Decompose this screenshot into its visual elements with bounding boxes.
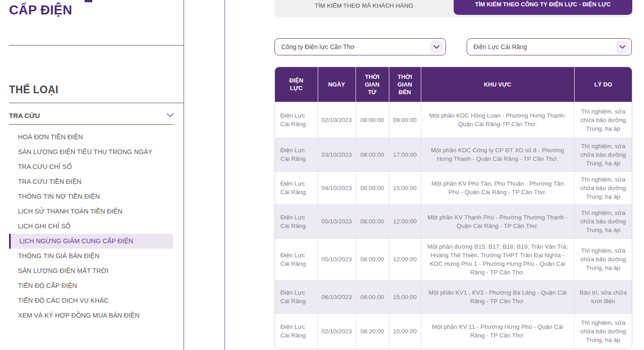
sidebar-item-4[interactable]: THÔNG TIN NỢ TIỀN ĐIỆN: [0, 189, 180, 204]
chevron-down-icon: [433, 45, 440, 49]
divider: [9, 45, 184, 45]
cell-ngay: 02/10/2023: [318, 314, 356, 349]
cell-den: 17:00:00: [389, 138, 421, 171]
cell-tu: 08:00:00: [356, 280, 389, 314]
category-heading: THỂ LOẠI: [9, 84, 59, 96]
main-content: TÌM KIẾM THEO MÃ KHÁCH HÀNG TÌM KIẾM THE…: [275, 0, 632, 350]
page: { "colors": { "accent_purple": "#5a2c80"…: [0, 0, 644, 350]
sidebar-item-7[interactable]: LỊCH NGỪNG GIẢM CUNG CẤP ĐIỆN: [9, 234, 173, 249]
clipped-title-fragment: [85, 0, 92, 2]
column-header-3: THỜI GIAN ĐẾN: [389, 67, 421, 102]
cell-khu_vuc: Một phần KDC Công ty CP ĐT XD số 8 - Phư…: [421, 138, 574, 171]
cell-khu_vuc: Một phần KDC Hồng Loan - Phường Hưng Thạ…: [421, 102, 574, 138]
sidebar-border-line: [184, 0, 184, 350]
search-tabbar: TÌM KIẾM THEO MÃ KHÁCH HÀNG TÌM KIẾM THE…: [275, 0, 632, 17]
cell-ly_do: Thí nghiệm, sửa chữa bảo dưỡng Trung, hạ…: [574, 314, 632, 349]
cell-ngay: 05/10/2023: [318, 238, 356, 280]
sidebar-group-tra-cuu[interactable]: TRA CỨU: [9, 110, 174, 121]
cell-dien_luc: Điện Lực Cái Răng: [275, 314, 318, 349]
cell-den: 10:00:00: [389, 314, 421, 349]
branch-select-value: Điện Lực Cái Răng: [473, 43, 527, 50]
cell-khu_vuc: Một phần KV Thạnh Phú - Phường Thường Th…: [421, 205, 574, 238]
cell-ngay: 06/10/2023: [318, 280, 356, 314]
cell-tu: 08:00:00: [356, 138, 389, 171]
cell-dien_luc: Điện Lực Cái Răng: [275, 102, 318, 138]
sidebar-item-2[interactable]: TRA CỨU CHỈ SỐ: [0, 159, 180, 174]
cell-ngay: 04/10/2023: [318, 171, 356, 205]
cell-ly_do: Bảo trì, sửa chữa lưới điện: [574, 280, 632, 314]
table-row-3: Điện Lực Cái Răng05/10/202308:00:0012:00…: [275, 205, 632, 238]
column-header-4: KHU VỰC: [421, 67, 574, 102]
sidebar-item-1[interactable]: SẢN LƯỢNG ĐIỆN TIÊU THỤ TRONG NGÀY: [0, 145, 180, 159]
company-select[interactable]: Công ty Điện lực Cần Thơ: [275, 38, 446, 55]
select-chevron-button[interactable]: [616, 41, 629, 53]
cell-khu_vuc: Một phần KV Phú Tân, Phú Thuận - Phường …: [421, 171, 574, 205]
sidebar-item-0[interactable]: HOÁ ĐƠN TIỀN ĐIỆN: [0, 130, 180, 145]
cell-ngay: 02/10/2023: [318, 102, 356, 138]
table-row-1: Điện Lực Cái Răng03/10/202308:00:0017:00…: [275, 138, 632, 171]
cell-den: 09:00:00: [389, 102, 421, 138]
tab-search-by-power-company[interactable]: TÌM KIẾM THEO CÔNG TY ĐIỆN LỰC - ĐIỆN LỰ…: [454, 0, 633, 15]
branch-select[interactable]: Điện Lực Cái Răng: [467, 38, 632, 55]
cell-ly_do: Thí nghiệm, sửa chữa bảo dưỡng Trung, hạ…: [574, 238, 632, 280]
cell-den: 12:00:00: [389, 238, 421, 280]
cell-dien_luc: Điện Lực Cái Răng: [275, 238, 318, 280]
column-header-5: LÝ DO: [574, 67, 632, 102]
select-chevron-button[interactable]: [430, 41, 443, 53]
cell-khu_vuc: Một phần KV1 , KV3 - Phường Ba Láng - Qu…: [421, 280, 574, 314]
table-row-6: Điện Lực Cái Răng02/10/202308:30:0010:00…: [275, 314, 632, 349]
tab-search-by-customer-code[interactable]: TÌM KIẾM THEO MÃ KHÁCH HÀNG: [275, 0, 454, 17]
chevron-down-icon: [619, 45, 626, 49]
sidebar-item-9[interactable]: SẢN LƯỢNG ĐIỆN MẶT TRỜI: [0, 264, 180, 278]
divider: [9, 103, 184, 103]
cell-den: 15:00:00: [389, 171, 421, 205]
cell-dien_luc: Điện Lực Cái Răng: [275, 171, 318, 205]
cell-den: 12:00:00: [389, 205, 421, 238]
cell-den: 15:00:00: [389, 280, 421, 314]
cell-tu: 08:30:00: [356, 314, 389, 349]
sidebar: CẤP ĐIỆN THỂ LOẠI TRA CỨU HOÁ ĐƠN TIỀN Đ…: [0, 0, 184, 350]
cell-ly_do: Thí nghiệm, sửa chữa bảo dưỡng Trung, hạ…: [574, 102, 632, 138]
column-header-0: ĐIỆN LỰC: [275, 67, 318, 102]
cell-tu: 08:00:00: [356, 171, 389, 205]
table-header: ĐIỆN LỰCNGÀYTHỜI GIAN TỪTHỜI GIAN ĐẾNKHU…: [275, 67, 632, 102]
page-title: CẤP ĐIỆN: [9, 3, 72, 18]
sidebar-group-label: TRA CỨU: [9, 112, 40, 119]
table-row-5: Điện Lực Cái Răng06/10/202308:00:0015:00…: [275, 280, 632, 314]
chevron-down-icon: [167, 113, 174, 118]
cell-ly_do: Thí nghiệm, sửa chữa bảo dưỡng Trung, hạ…: [574, 138, 632, 171]
cell-tu: 08:00:00: [356, 238, 389, 280]
cell-ngay: 03/10/2023: [318, 138, 356, 171]
sidebar-item-3[interactable]: TRA CỨU TIỀN ĐIỆN: [0, 174, 180, 189]
divider: [9, 124, 174, 125]
cell-ngay: 05/10/2023: [318, 205, 356, 238]
cell-dien_luc: Điện Lực Cái Răng: [275, 280, 318, 314]
sidebar-item-11[interactable]: TIẾN ĐỘ CÁC DỊCH VỤ KHÁC: [0, 293, 180, 308]
cell-ly_do: Thí nghiệm, sửa chữa bảo dưỡng Trung, hạ…: [574, 205, 632, 238]
column-header-2: THỜI GIAN TỪ: [356, 67, 389, 102]
sidebar-item-6[interactable]: LỊCH GHI CHỈ SỐ: [0, 219, 180, 234]
cell-dien_luc: Điện Lực Cái Răng: [275, 138, 318, 171]
sidebar-menu: HOÁ ĐƠN TIỀN ĐIỆNSẢN LƯỢNG ĐIỆN TIÊU THỤ…: [0, 130, 184, 323]
cell-khu_vuc: Một phần KV 11 - Phường Hưng Phú - Quận …: [421, 314, 574, 349]
table-row-4: Điện Lực Cái Răng05/10/202308:00:0012:00…: [275, 238, 632, 280]
sidebar-item-5[interactable]: LỊCH SỬ THANH TOÁN TIỀN ĐIỆN: [0, 204, 180, 219]
cell-tu: 08:00:00: [356, 205, 389, 238]
table-row-0: Điện Lực Cái Răng02/10/202308:00:0009:00…: [275, 102, 632, 138]
sidebar-item-8[interactable]: THÔNG TIN GIÁ BÁN ĐIỆN: [0, 249, 180, 264]
sidebar-item-10[interactable]: TIẾN ĐỘ CẤP ĐIỆN: [0, 278, 180, 293]
column-header-1: NGÀY: [318, 67, 356, 102]
cell-tu: 08:00:00: [356, 102, 389, 138]
table-row-2: Điện Lực Cái Răng04/10/202308:00:0015:00…: [275, 171, 632, 205]
company-select-value: Công ty Điện lực Cần Thơ: [281, 43, 355, 50]
cell-khu_vuc: Một phần đường B15; B17; B18; B19; Trần …: [421, 238, 574, 280]
cell-dien_luc: Điện Lực Cái Răng: [275, 205, 318, 238]
outage-schedule-table: ĐIỆN LỰCNGÀYTHỜI GIAN TỪTHỜI GIAN ĐẾNKHU…: [275, 67, 632, 349]
cell-ly_do: Thí nghiệm, sửa chữa bảo dưỡng Trung, hạ…: [574, 171, 632, 205]
sidebar-item-12[interactable]: XEM VÀ KÝ HỢP ĐỒNG MUA BÁN ĐIỆN: [0, 308, 180, 323]
content-border-line: [225, 0, 225, 350]
